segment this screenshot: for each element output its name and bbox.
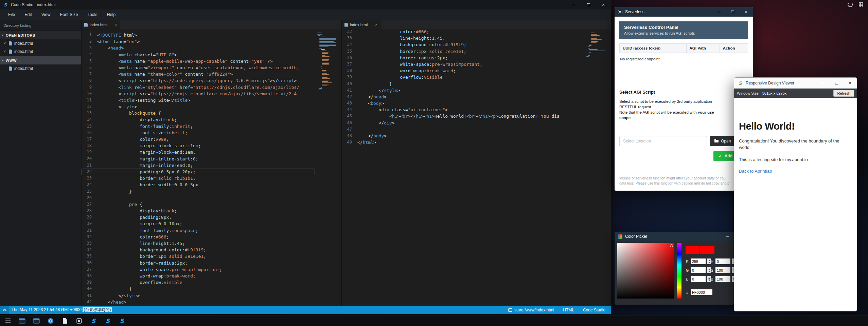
responsive-viewer-window: S Responsive Design Viewer × Window Size… bbox=[734, 77, 857, 311]
editor-tab[interactable]: index.html× bbox=[342, 20, 380, 30]
agi-script-description: Select a script to be executed by 3rd pa… bbox=[619, 99, 748, 120]
color-picker-title-bar[interactable]: Color Picker bbox=[615, 232, 734, 241]
close-button[interactable]: × bbox=[596, 0, 611, 9]
code-text: border-radius:2px; bbox=[97, 260, 315, 266]
code-line-37: 37 white-space:pre-wrap!important; bbox=[342, 61, 584, 68]
line-number: 9 bbox=[82, 84, 97, 91]
hex-input[interactable] bbox=[691, 289, 712, 295]
code-text: </div> bbox=[357, 120, 584, 126]
menu-file[interactable]: File bbox=[3, 9, 20, 20]
menu-tools[interactable]: Tools bbox=[83, 9, 102, 20]
minimize-button[interactable] bbox=[566, 0, 581, 9]
status-language[interactable]: HTML bbox=[563, 308, 574, 312]
section-open-editors[interactable]: ▾OPEN EDITORS bbox=[0, 31, 81, 39]
start-menu-icon[interactable] bbox=[3, 317, 12, 325]
file-item[interactable]: index.html bbox=[0, 64, 81, 73]
viewer-close-button[interactable]: × bbox=[843, 78, 857, 88]
file-icon bbox=[9, 66, 12, 71]
restore-icon bbox=[587, 3, 590, 6]
minimize-icon bbox=[726, 236, 729, 237]
brightness-input[interactable] bbox=[715, 276, 730, 282]
red-field: R bbox=[686, 258, 711, 264]
minimap[interactable] bbox=[317, 33, 339, 306]
svg-text:S: S bbox=[739, 80, 742, 86]
endpoints-table: UUID (access token)AGI PathAction bbox=[619, 43, 748, 53]
code-studio-2-icon[interactable]: S bbox=[103, 317, 112, 325]
menu-view[interactable]: View bbox=[37, 9, 55, 20]
serverless-title-bar[interactable]: Serverless × bbox=[615, 7, 753, 17]
code-text: font-size:inherit; bbox=[97, 130, 315, 136]
close-icon[interactable]: × bbox=[3, 41, 7, 46]
hue-slider[interactable] bbox=[677, 243, 681, 299]
restore-button[interactable] bbox=[581, 0, 596, 9]
saturation-value-picker[interactable] bbox=[617, 243, 674, 299]
saturation-input[interactable] bbox=[715, 267, 730, 273]
menu-help[interactable]: Help bbox=[102, 9, 121, 20]
editor-tab[interactable]: index.html× bbox=[82, 20, 120, 30]
file-icon bbox=[9, 50, 12, 54]
color-picker-minimize-button[interactable] bbox=[721, 232, 734, 241]
serverless-close-button[interactable]: × bbox=[739, 7, 753, 17]
hue-input[interactable] bbox=[715, 258, 730, 264]
blue-input[interactable] bbox=[691, 276, 706, 282]
app-window-2-icon[interactable] bbox=[32, 317, 41, 325]
title-bar[interactable]: S Code Studio - index.html × bbox=[0, 0, 611, 9]
code-line-13: 13 blockquote { bbox=[82, 110, 315, 116]
select-agi-script-title: Select AGI Script bbox=[619, 90, 748, 95]
app-window-1-icon[interactable] bbox=[18, 317, 26, 325]
status-file-path[interactable]: store:/www/index.html bbox=[508, 308, 554, 312]
color-cursor-icon[interactable] bbox=[670, 244, 673, 247]
code-area: 1<!DOCTYPE html>2<html lang="en">3 <head… bbox=[82, 32, 315, 306]
section-www[interactable]: ▾WWW bbox=[0, 56, 81, 64]
serverless-maximize-button[interactable] bbox=[726, 7, 739, 17]
serverless-app-icon[interactable] bbox=[75, 317, 84, 325]
editor-content[interactable]: 1<!DOCTYPE html>2<html lang="en">3 <head… bbox=[82, 30, 341, 306]
code-line-47: 47 bbox=[342, 126, 584, 133]
file-item[interactable]: ×index.html bbox=[0, 39, 81, 47]
loading-spinner-icon[interactable] bbox=[848, 2, 853, 7]
open-button[interactable]: Open bbox=[710, 136, 736, 146]
column-header-uuid-access-token-: UUID (access token) bbox=[620, 44, 687, 53]
code-line-10: 10 <script src="https://cdnjs.cloudflare… bbox=[82, 91, 315, 97]
code-text: background-color:#f9f9f9; bbox=[97, 247, 315, 253]
code-text: blockquote { bbox=[97, 110, 315, 116]
menu-bar: FileEditViewFont SizeToolsHelp bbox=[0, 9, 611, 20]
line-number: 27 bbox=[82, 201, 97, 208]
tab-close-icon[interactable]: × bbox=[375, 22, 377, 27]
line-number: 28 bbox=[82, 208, 97, 214]
code-text: pre { bbox=[97, 201, 315, 208]
minimap[interactable] bbox=[586, 33, 608, 306]
viewer-minimize-button[interactable] bbox=[816, 78, 830, 88]
back-link[interactable]: Back to Aprintlab bbox=[739, 169, 852, 174]
sidebar: Directory Listing ▾OPEN EDITORS×index.ht… bbox=[0, 20, 82, 306]
remote-icon[interactable]: >< bbox=[0, 306, 9, 314]
code-text: <meta name="theme-color" content="#ff922… bbox=[97, 71, 315, 77]
code-studio-1-icon[interactable]: S bbox=[89, 317, 98, 325]
script-location-input[interactable] bbox=[619, 136, 707, 146]
menu-edit[interactable]: Edit bbox=[20, 9, 37, 20]
line-number: 14 bbox=[82, 116, 97, 123]
responsive-viewer-title-bar[interactable]: S Responsive Design Viewer × bbox=[734, 78, 857, 89]
code-text: <div class="ui container"> bbox=[357, 107, 584, 113]
menu-font-size[interactable]: Font Size bbox=[55, 9, 83, 20]
browser-icon[interactable] bbox=[46, 317, 55, 325]
chevron-down-icon: ▾ bbox=[2, 59, 4, 62]
text-document-icon[interactable] bbox=[60, 317, 69, 325]
serverless-minimize-button[interactable] bbox=[712, 7, 726, 17]
green-input[interactable] bbox=[691, 267, 706, 273]
code-text: <body> bbox=[357, 100, 584, 107]
file-item[interactable]: ×index.html bbox=[0, 47, 81, 56]
line-number: 19 bbox=[82, 149, 97, 155]
code-studio-3-icon[interactable]: S bbox=[118, 317, 126, 325]
viewer-maximize-button[interactable] bbox=[830, 78, 843, 88]
tab-close-icon[interactable]: × bbox=[115, 22, 117, 27]
app-grid-icon[interactable] bbox=[859, 2, 863, 7]
line-number: 32 bbox=[342, 30, 357, 35]
close-icon[interactable]: × bbox=[3, 49, 7, 54]
brightness-label: B bbox=[710, 277, 714, 281]
red-input[interactable] bbox=[691, 258, 706, 264]
line-number: 16 bbox=[82, 130, 97, 136]
refresh-button[interactable]: Refresh bbox=[833, 90, 854, 97]
green-field: G bbox=[686, 267, 711, 273]
editor-content[interactable]: 32 color:#666;33 line-height:1.45;34 bac… bbox=[342, 30, 611, 306]
